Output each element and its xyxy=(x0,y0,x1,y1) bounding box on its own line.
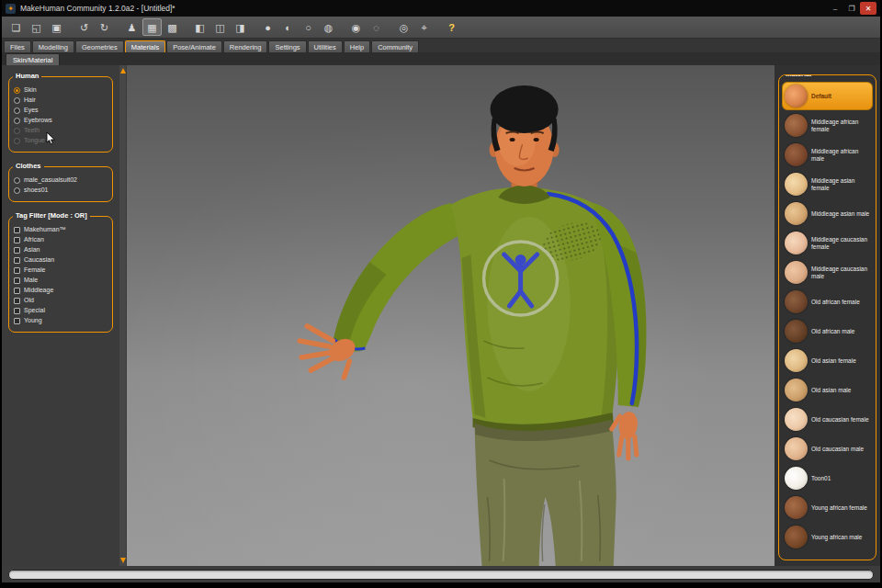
scroll-down-icon[interactable] xyxy=(120,558,126,563)
scroll-up-icon[interactable] xyxy=(120,68,126,74)
grid-toggle-icon[interactable]: ▦ xyxy=(142,18,162,36)
material-thumbnail xyxy=(785,173,808,196)
clothes-option-casualsuit[interactable]: male_casualsuit02 xyxy=(14,176,107,184)
material-item[interactable]: Middleage asian female xyxy=(782,170,873,198)
material-item[interactable]: Middleage african male xyxy=(782,141,873,169)
save-file-icon[interactable]: ▣ xyxy=(47,18,66,36)
human-option-eyebrows[interactable]: Eyebrows xyxy=(14,117,107,124)
new-file-icon[interactable]: ❏ xyxy=(6,18,26,36)
tag-filter-makehuman[interactable]: Makehuman™ xyxy=(14,226,107,233)
checkbox-icon xyxy=(14,318,20,324)
tag-filter-old[interactable]: Old xyxy=(14,297,107,304)
option-label: Hair xyxy=(24,96,36,104)
undo-icon[interactable]: ↺ xyxy=(74,18,94,36)
tag-filter-special[interactable]: Special xyxy=(14,307,107,314)
material-item[interactable]: Middleage caucasian female xyxy=(782,229,873,257)
main-tab-bar: Files Modelling Geometries Materials Pos… xyxy=(2,39,880,52)
human-option-skin[interactable]: Skin xyxy=(14,86,107,94)
human-option-eyes[interactable]: Eyes xyxy=(14,107,107,114)
shading-subdivision-icon[interactable]: ◍ xyxy=(319,18,338,36)
material-item[interactable]: Young african female xyxy=(782,493,873,522)
clothes-group-title: Clothes xyxy=(13,162,44,171)
tag-filter-group-title: Tag Filter [Mode : OR] xyxy=(13,211,90,220)
material-label: Old african male xyxy=(811,328,854,335)
maximize-button[interactable]: ❐ xyxy=(843,2,860,15)
window-title: MakeHuman Community 1.2.0a2 - [Untitled]… xyxy=(20,4,827,13)
material-item[interactable]: Middleage caucasian male xyxy=(782,258,873,287)
tag-filter-groupbox: Tag Filter [Mode : OR] Makehuman™ Africa… xyxy=(8,216,113,333)
load-file-icon[interactable]: ◱ xyxy=(27,18,46,36)
tab-geometries[interactable]: Geometries xyxy=(75,40,124,52)
character-model[interactable] xyxy=(119,65,775,566)
tab-skin-material[interactable]: Skin/Material xyxy=(6,53,60,65)
material-item[interactable]: Middleage african female xyxy=(782,111,873,140)
symmetry-both-icon[interactable]: ◫ xyxy=(210,18,230,36)
tab-rendering[interactable]: Rendering xyxy=(223,40,268,52)
tag-filter-asian[interactable]: Asian xyxy=(14,246,107,254)
checkbox-icon xyxy=(14,277,20,284)
clothes-option-shoes[interactable]: shoes01 xyxy=(14,187,107,194)
material-label: Old asian male xyxy=(811,387,851,394)
close-button[interactable]: ✕ xyxy=(860,2,876,15)
camera-icon[interactable]: ◎ xyxy=(394,18,413,36)
material-item[interactable]: Old caucasian female xyxy=(782,405,873,434)
tab-utilities[interactable]: Utilities xyxy=(308,40,343,52)
camera-reset-icon[interactable]: ⌖ xyxy=(414,18,434,36)
pose-toggle-icon[interactable]: ♟ xyxy=(122,18,141,36)
material-thumbnail xyxy=(785,232,808,254)
material-item-default[interactable]: Default xyxy=(782,82,873,110)
tag-filter-caucasian[interactable]: Caucasian xyxy=(14,256,107,264)
option-label: Eyes xyxy=(24,107,39,114)
tab-pose-animate[interactable]: Pose/Animate xyxy=(166,40,222,52)
tab-settings[interactable]: Settings xyxy=(268,40,306,52)
tag-filter-male[interactable]: Male xyxy=(14,277,107,284)
option-label: Old xyxy=(24,297,34,304)
human-option-hair[interactable]: Hair xyxy=(14,96,107,104)
material-item[interactable]: Young african male xyxy=(782,523,873,551)
checkbox-icon xyxy=(14,247,20,254)
tag-filter-young[interactable]: Young xyxy=(14,317,107,324)
shading-wireframe-icon[interactable]: ○ xyxy=(299,18,318,36)
tab-materials[interactable]: Materials xyxy=(125,40,165,52)
status-bar xyxy=(2,566,880,582)
material-item[interactable]: Middleage asian male xyxy=(782,199,873,228)
redo-icon[interactable]: ↻ xyxy=(95,18,114,36)
tab-help[interactable]: Help xyxy=(344,40,370,52)
tab-modelling[interactable]: Modelling xyxy=(32,40,74,52)
help-icon[interactable]: ? xyxy=(442,18,461,36)
material-label: Old caucasian male xyxy=(811,446,864,453)
tag-filter-african[interactable]: African xyxy=(14,236,107,243)
sub-tab-bar: Skin/Material xyxy=(2,52,880,65)
tag-filter-middleage[interactable]: Middleage xyxy=(14,287,107,294)
material-item[interactable]: Toon01 xyxy=(782,464,873,492)
minimize-button[interactable]: – xyxy=(827,2,843,15)
checkbox-icon xyxy=(14,288,20,294)
material-thumbnail xyxy=(785,290,808,313)
background-toggle-icon[interactable]: ▩ xyxy=(163,18,182,36)
shading-flat-icon[interactable]: ◐ xyxy=(278,18,298,36)
shading-smooth-icon[interactable]: ● xyxy=(258,18,277,36)
material-item[interactable]: Old caucasian male xyxy=(782,435,873,463)
dual-view-icon[interactable]: ◉ xyxy=(346,18,366,36)
option-label: Caucasian xyxy=(24,256,54,264)
material-item[interactable]: Old african male xyxy=(782,317,873,345)
viewport-scrollbar[interactable] xyxy=(119,65,127,566)
material-item[interactable]: Old asian male xyxy=(782,376,873,404)
material-thumbnail xyxy=(785,526,808,548)
material-thumbnail xyxy=(785,85,808,107)
option-label: shoes01 xyxy=(24,187,48,194)
material-item[interactable]: Old african female xyxy=(782,288,873,316)
symmetry-right-icon[interactable]: ◨ xyxy=(231,18,250,36)
option-label: Teeth xyxy=(24,127,40,134)
tag-filter-female[interactable]: Female xyxy=(14,266,107,274)
radio-icon xyxy=(14,87,20,94)
orbit-view-icon[interactable]: ◌ xyxy=(367,18,386,36)
tab-community[interactable]: Community xyxy=(371,40,419,52)
symmetry-left-icon[interactable]: ◧ xyxy=(190,18,209,36)
tab-files[interactable]: Files xyxy=(4,40,31,52)
3d-viewport[interactable] xyxy=(119,65,775,566)
material-item[interactable]: Old asian female xyxy=(782,346,873,375)
material-thumbnail xyxy=(785,437,808,460)
option-label: male_casualsuit02 xyxy=(24,176,77,184)
checkbox-icon xyxy=(14,267,20,274)
